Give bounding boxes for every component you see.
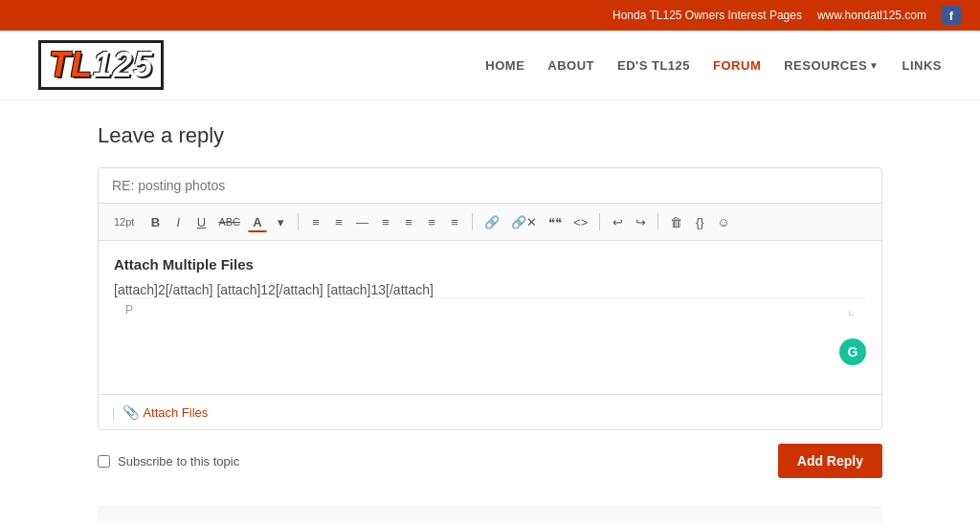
italic-button[interactable]: I [168, 211, 188, 232]
toolbar-divider-4 [657, 213, 658, 230]
resize-handle: ⌞ [848, 302, 855, 317]
editor-status-bar: P ⌞ [114, 297, 866, 321]
nav-eds-tl125[interactable]: ED'S TL125 [617, 58, 690, 73]
subscribe-checkbox[interactable] [98, 455, 110, 468]
content-body: [attach]2[/attach] [attach]12[/attach] [… [114, 282, 866, 297]
redo-button[interactable]: ↪ [631, 211, 650, 232]
form-footer: Subscribe to this topic Add Reply [98, 430, 882, 478]
underline-button[interactable]: U [191, 211, 211, 232]
font-size-selector[interactable]: 12pt [110, 211, 138, 232]
page-title: Leave a reply [98, 123, 882, 148]
toolbar-divider-2 [472, 213, 473, 230]
nav-links[interactable]: LINKS [902, 58, 943, 73]
nav-home[interactable]: HOME [485, 58, 524, 73]
emoji-button[interactable]: ☺ [713, 211, 733, 232]
attach-row: | 📎 Attach Files [99, 394, 881, 429]
toolbar-divider-1 [298, 213, 299, 230]
toolbar-divider-3 [599, 213, 600, 230]
nav-resources[interactable]: RESOURCES ▼ [784, 58, 879, 73]
nav-forum[interactable]: FORUM [713, 58, 761, 73]
nav-about[interactable]: ABOUT [547, 58, 594, 73]
attach-files-label: Attach Files [143, 405, 208, 420]
unordered-list-button[interactable]: ≡ [306, 211, 325, 232]
main-content: Leave a reply 12pt B I U ABC A ▾ ≡ ≡ — ≡… [59, 100, 921, 523]
strikethrough-button[interactable]: ABC [214, 211, 244, 232]
subscribe-row: Subscribe to this topic [98, 454, 239, 469]
remove-format-button[interactable]: 🗑 [666, 211, 686, 232]
code-button[interactable]: <> [569, 211, 591, 232]
editor-body[interactable]: Attach Multiple Files [attach]2[/attach]… [99, 241, 881, 394]
main-nav: HOME ABOUT ED'S TL125 FORUM RESOURCES ▼ … [485, 58, 942, 73]
unlink-button[interactable]: 🔗✕ [507, 211, 541, 232]
editor-content: Attach Multiple Files [attach]2[/attach]… [114, 256, 866, 297]
align-left-button[interactable]: ≡ [376, 211, 395, 232]
source-button[interactable]: {} [690, 211, 709, 232]
text-color-button[interactable]: A [248, 211, 267, 232]
paperclip-icon: 📎 [122, 404, 139, 420]
bold-button[interactable]: B [145, 211, 165, 232]
attach-files-link[interactable]: 📎 Attach Files [122, 404, 208, 420]
chevron-down-icon: ▼ [869, 60, 879, 71]
horizontal-rule-button[interactable]: — [352, 211, 372, 232]
site-name: Honda TL125 Owners Interest Pages [612, 9, 802, 22]
blockquote-button[interactable]: ❝❝ [545, 211, 566, 232]
reply-form: 12pt B I U ABC A ▾ ≡ ≡ — ≡ ≡ ≡ ≡ 🔗 🔗✕ ❝❝… [98, 167, 882, 430]
add-reply-button[interactable]: Add Reply [778, 444, 882, 478]
align-center-button[interactable]: ≡ [399, 211, 418, 232]
website: www.hondatl125.com [817, 9, 926, 22]
font-color-dropdown[interactable]: ▾ [271, 211, 290, 232]
content-heading: Attach Multiple Files [114, 256, 866, 272]
undo-button[interactable]: ↩ [608, 211, 627, 232]
top-bar: Honda TL125 Owners Interest Pages www.ho… [0, 0, 980, 31]
editor-toolbar: 12pt B I U ABC A ▾ ≡ ≡ — ≡ ≡ ≡ ≡ 🔗 🔗✕ ❝❝… [99, 204, 881, 241]
paragraph-indicator: P [125, 303, 133, 316]
attach-separator: | [112, 405, 115, 420]
header: TL125 HOME ABOUT ED'S TL125 FORUM RESOUR… [0, 31, 980, 100]
logo: TL125 [38, 40, 164, 90]
link-button[interactable]: 🔗 [480, 211, 503, 232]
align-right-button[interactable]: ≡ [422, 211, 441, 232]
ordered-list-button[interactable]: ≡ [329, 211, 348, 232]
subject-input[interactable] [99, 168, 881, 204]
subscribe-label: Subscribe to this topic [118, 454, 239, 469]
align-justify-button[interactable]: ≡ [445, 211, 464, 232]
facebook-icon[interactable]: f [942, 6, 961, 25]
bottom-nav: ☰ All forum topics ‹ Previous Topic [98, 507, 882, 523]
grammarly-button[interactable]: G [839, 338, 866, 365]
